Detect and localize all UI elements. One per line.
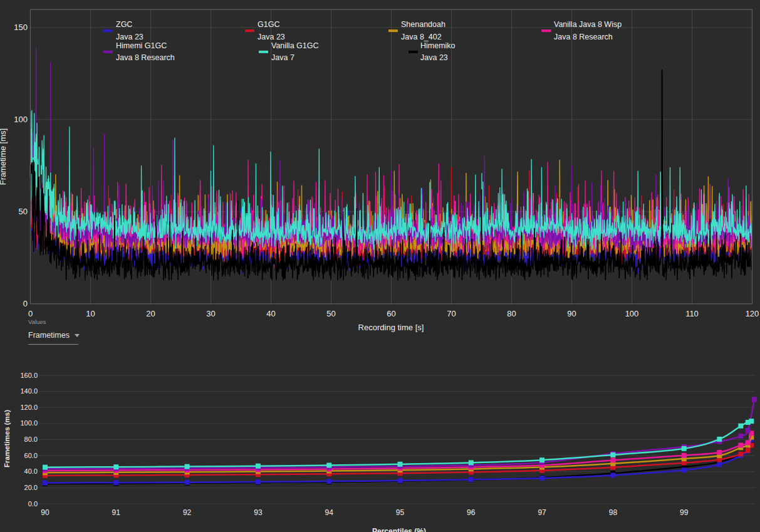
svg-text:Himemiko: Himemiko bbox=[420, 41, 455, 50]
svg-text:160.0: 160.0 bbox=[20, 372, 38, 379]
svg-text:0: 0 bbox=[23, 299, 28, 308]
svg-text:0: 0 bbox=[28, 309, 33, 318]
svg-text:90: 90 bbox=[567, 309, 576, 318]
svg-text:97: 97 bbox=[538, 508, 546, 517]
svg-text:100: 100 bbox=[14, 115, 28, 124]
svg-text:94: 94 bbox=[325, 508, 334, 517]
svg-text:30: 30 bbox=[206, 309, 215, 318]
svg-text:96: 96 bbox=[467, 508, 476, 517]
svg-text:140.0: 140.0 bbox=[20, 387, 38, 395]
svg-text:91: 91 bbox=[112, 508, 121, 517]
svg-text:90: 90 bbox=[41, 508, 49, 517]
svg-text:99: 99 bbox=[680, 508, 689, 517]
svg-text:Java 23: Java 23 bbox=[258, 33, 285, 41]
svg-text:150: 150 bbox=[14, 23, 28, 32]
svg-text:40.0: 40.0 bbox=[24, 467, 38, 475]
svg-text:Vanilla Java 8 Wisp: Vanilla Java 8 Wisp bbox=[554, 20, 622, 29]
svg-text:95: 95 bbox=[396, 508, 405, 517]
svg-text:50: 50 bbox=[19, 207, 28, 216]
svg-text:93: 93 bbox=[254, 508, 263, 517]
svg-text:100.0: 100.0 bbox=[20, 419, 38, 427]
svg-text:0.0: 0.0 bbox=[28, 500, 38, 508]
svg-text:10: 10 bbox=[86, 309, 95, 318]
svg-text:Java 23: Java 23 bbox=[420, 53, 448, 62]
svg-text:Recording time [s]: Recording time [s] bbox=[358, 323, 424, 332]
svg-text:ZGC: ZGC bbox=[116, 20, 132, 29]
svg-text:60: 60 bbox=[387, 309, 395, 318]
svg-text:100: 100 bbox=[625, 309, 639, 318]
svg-text:Java 7: Java 7 bbox=[271, 53, 294, 62]
svg-text:70: 70 bbox=[447, 309, 455, 318]
svg-text:Java 8_402: Java 8_402 bbox=[401, 33, 442, 41]
svg-text:92: 92 bbox=[183, 508, 192, 517]
svg-text:120.0: 120.0 bbox=[20, 404, 38, 411]
svg-text:Shenandoah: Shenandoah bbox=[401, 20, 445, 29]
svg-text:20.0: 20.0 bbox=[24, 484, 38, 491]
svg-text:60.0: 60.0 bbox=[24, 452, 38, 459]
svg-text:110: 110 bbox=[685, 309, 699, 318]
svg-text:Himemi G1GC: Himemi G1GC bbox=[116, 41, 167, 50]
svg-text:80.0: 80.0 bbox=[24, 436, 38, 443]
svg-text:20: 20 bbox=[146, 309, 155, 318]
svg-text:Java 8 Research: Java 8 Research bbox=[554, 33, 613, 41]
svg-text:40: 40 bbox=[266, 309, 275, 318]
svg-text:50: 50 bbox=[326, 309, 335, 318]
svg-text:G1GC: G1GC bbox=[258, 20, 279, 29]
svg-text:Java 8 Research: Java 8 Research bbox=[116, 53, 175, 62]
svg-text:Frametime [ms]: Frametime [ms] bbox=[0, 128, 8, 185]
svg-text:98: 98 bbox=[609, 508, 618, 517]
svg-text:Frametimes (ms): Frametimes (ms) bbox=[3, 410, 11, 467]
svg-text:Percentiles (%): Percentiles (%) bbox=[372, 527, 426, 532]
svg-text:Vanilla G1GC: Vanilla G1GC bbox=[271, 41, 319, 50]
svg-text:Java 23: Java 23 bbox=[116, 33, 143, 41]
svg-text:80: 80 bbox=[507, 309, 516, 318]
svg-text:120: 120 bbox=[746, 309, 759, 318]
